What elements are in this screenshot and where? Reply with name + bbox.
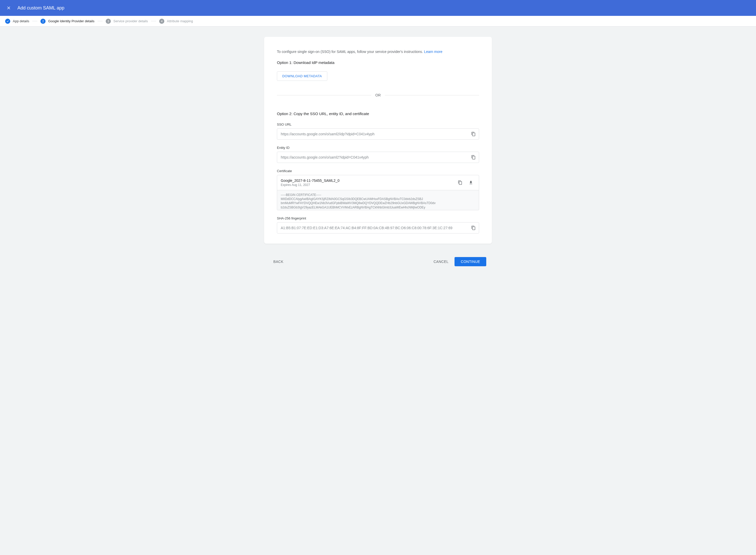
entity-id-field: Entity ID https://accounts.google.com/o/… — [277, 146, 479, 163]
certificate-name: Google_2027-8-11-75455_SAML2_0 — [281, 178, 455, 183]
footer: BACK CANCEL CONTINUE — [264, 257, 492, 274]
step-number-icon: 2 — [40, 19, 46, 24]
or-text: OR — [371, 93, 385, 97]
copy-icon[interactable] — [468, 222, 479, 233]
back-button[interactable]: BACK — [270, 257, 287, 266]
step-app-details[interactable]: App details — [5, 19, 29, 24]
certificate-body[interactable]: -----BEGIN CERTIFICATE----- MIIDdDCCAlyg… — [277, 190, 479, 210]
entity-id-value: https://accounts.google.com/o/saml2?idpi… — [277, 152, 468, 162]
option1-title: Option 1: Download IdP metadata — [277, 60, 479, 65]
close-icon[interactable] — [6, 5, 11, 10]
option2-title: Option 2: Copy the SSO URL, entity ID, a… — [277, 112, 479, 116]
cancel-button[interactable]: CANCEL — [430, 257, 452, 266]
entity-id-label: Entity ID — [277, 146, 479, 150]
sso-url-value: https://accounts.google.com/o/saml2/idp?… — [277, 129, 468, 139]
step-divider — [151, 21, 156, 21]
fingerprint-field: SHA-256 fingerprint A1:B5:B1:07:7E:ED:E1… — [277, 216, 479, 233]
app-header: Add custom SAML app — [0, 0, 756, 16]
stepper: App details 2 Google Identity Provider d… — [0, 16, 756, 27]
download-icon[interactable] — [466, 177, 476, 188]
step-label: Service provider details — [113, 19, 148, 23]
copy-icon[interactable] — [468, 129, 479, 139]
certificate-label: Certificate — [277, 169, 479, 173]
step-label: Attribute mapping — [167, 19, 193, 23]
or-divider: OR — [277, 93, 479, 97]
step-number-icon: 4 — [159, 19, 164, 24]
step-label: Google Identity Provider details — [48, 19, 94, 23]
step-attribute-mapping: 4 Attribute mapping — [159, 19, 193, 24]
intro-copy: To configure single sign-on (SSO) for SA… — [277, 50, 424, 54]
learn-more-link[interactable]: Learn more — [424, 50, 442, 54]
main-card: To configure single sign-on (SSO) for SA… — [264, 37, 492, 244]
fingerprint-value: A1:B5:B1:07:7E:ED:E1:D3:A7:6E:EA:74:AC:B… — [277, 223, 468, 233]
step-sp-details: 3 Service provider details — [106, 19, 148, 24]
sso-url-label: SSO URL — [277, 123, 479, 126]
page-title: Add custom SAML app — [17, 5, 64, 11]
certificate-expires: Expires Aug 11, 2027 — [281, 183, 455, 187]
step-divider — [32, 21, 37, 21]
step-number-icon: 3 — [106, 19, 111, 24]
step-idp-details[interactable]: 2 Google Identity Provider details — [40, 19, 94, 24]
continue-button[interactable]: CONTINUE — [454, 257, 486, 266]
fingerprint-label: SHA-256 fingerprint — [277, 216, 479, 220]
copy-icon[interactable] — [455, 177, 466, 188]
certificate-field: Certificate Google_2027-8-11-75455_SAML2… — [277, 169, 479, 210]
copy-icon[interactable] — [468, 152, 479, 163]
intro-text: To configure single sign-on (SSO) for SA… — [277, 50, 479, 54]
download-metadata-button[interactable]: DOWNLOAD METADATA — [277, 71, 327, 81]
check-icon — [5, 19, 10, 24]
certificate-text: -----BEGIN CERTIFICATE----- MIIDdDCCAlyg… — [277, 190, 479, 210]
step-divider — [97, 21, 103, 21]
step-label: App details — [13, 19, 29, 23]
sso-url-field: SSO URL https://accounts.google.com/o/sa… — [277, 123, 479, 140]
